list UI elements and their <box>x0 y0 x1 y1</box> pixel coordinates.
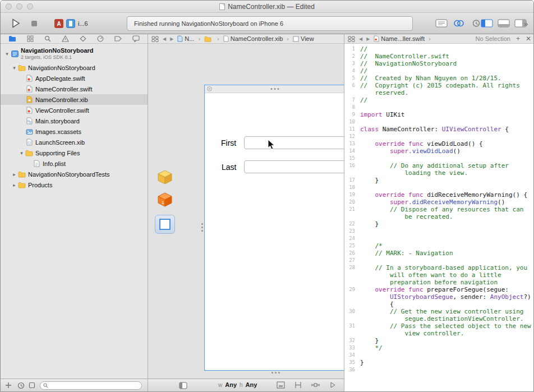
code-line[interactable]: 1// <box>344 45 534 53</box>
code-line[interactable]: 5// Created by Nhan Nguyen on 1/28/15. <box>344 75 534 82</box>
code-line[interactable]: 31// Pass the selected object to the new… <box>344 322 534 337</box>
navigator-row[interactable]: Info.plist <box>1 158 148 169</box>
close-view-icon[interactable] <box>207 86 212 91</box>
disclosure-triangle-icon[interactable]: ▾ <box>11 65 17 71</box>
toggle-debug-area-button[interactable] <box>498 19 510 27</box>
disclosure-triangle-icon[interactable]: ▸ <box>11 182 17 188</box>
add-assistant-editor-icon[interactable]: + <box>516 35 520 43</box>
related-items-icon[interactable] <box>151 36 159 42</box>
find-navigator-tab-icon[interactable] <box>44 35 51 42</box>
debug-navigator-tab-icon[interactable] <box>97 35 104 42</box>
report-navigator-tab-icon[interactable] <box>132 35 140 42</box>
last-label[interactable]: Last <box>222 163 236 172</box>
navigator-row[interactable]: AppDelegate.swift <box>1 73 148 84</box>
document-outline-toggle-icon[interactable] <box>179 382 187 389</box>
first-responder-icon[interactable]: 1 <box>157 192 173 207</box>
selection-crumb[interactable]: No Selection <box>476 35 510 42</box>
last-text-field[interactable] <box>244 160 344 173</box>
recent-files-filter-icon[interactable] <box>17 382 25 389</box>
code-line[interactable]: 27 <box>344 257 534 264</box>
navigator-row[interactable]: ▸Products <box>1 179 148 190</box>
designed-view[interactable]: First Last <box>204 85 344 371</box>
code-line[interactable]: 6// Copyright (c) 2015 codepath. All rig… <box>344 82 534 96</box>
selection-handle-top[interactable] <box>270 88 279 90</box>
source-control-filter-icon[interactable] <box>29 382 35 389</box>
code-line[interactable]: 28// In a storyboard-based application, … <box>344 264 534 286</box>
code-line[interactable]: 22} <box>344 220 534 228</box>
scheme-selector[interactable]: A i...6 <box>54 19 88 28</box>
code-line[interactable]: 23 <box>344 228 534 235</box>
code-line[interactable]: 12 <box>344 133 534 140</box>
code-line[interactable]: 9import UIKit <box>344 111 534 118</box>
go-forward-icon[interactable]: ▶ <box>366 36 370 41</box>
size-class-control[interactable]: w Any h Any <box>218 381 257 388</box>
navigator-row[interactable]: ViewController.swift <box>1 105 148 116</box>
code-line[interactable]: 11class NameController: UIViewController… <box>344 126 534 133</box>
selection-handle-left[interactable] <box>201 223 203 232</box>
code-line[interactable]: 7// <box>344 96 534 104</box>
code-line[interactable]: 18 <box>344 184 534 191</box>
code-line[interactable]: 33*/ <box>344 344 534 352</box>
filter-input[interactable] <box>50 382 139 389</box>
code-line[interactable]: 10 <box>344 118 534 126</box>
code-line[interactable]: 26// MARK: - Navigation <box>344 250 534 257</box>
first-label[interactable]: First <box>221 139 236 147</box>
related-items-icon[interactable] <box>348 36 355 42</box>
navigator-row[interactable]: ▾NavigationNoStoryboard2 targets, iOS SD… <box>1 45 148 62</box>
embed-in-stack-icon[interactable] <box>277 381 285 389</box>
go-forward-icon[interactable]: ▶ <box>170 36 173 41</box>
navigator-row[interactable]: Images.xcassets <box>1 126 148 137</box>
stop-button[interactable] <box>31 20 38 27</box>
toggle-navigator-button[interactable] <box>481 19 493 27</box>
symbol-navigator-tab-icon[interactable] <box>27 35 34 42</box>
standard-editor-button[interactable] <box>435 19 448 27</box>
code-line[interactable]: 19override func didReceiveMemoryWarning(… <box>344 191 534 199</box>
pin-constraints-icon[interactable] <box>311 381 320 389</box>
close-window-button[interactable] <box>6 3 12 10</box>
minimize-window-button[interactable] <box>16 3 22 10</box>
code-line[interactable]: 36 <box>344 366 534 373</box>
breadcrumb-view[interactable]: View <box>293 35 314 42</box>
zoom-window-button[interactable] <box>27 3 33 10</box>
navigator-filter-field[interactable] <box>40 381 142 390</box>
disclosure-triangle-icon[interactable]: ▾ <box>19 150 25 156</box>
code-line[interactable]: 16// Do any additional setup after loadi… <box>344 162 534 177</box>
assistant-editor-button[interactable] <box>453 19 465 27</box>
files-owner-icon[interactable] <box>157 170 173 185</box>
resolve-issues-icon[interactable] <box>329 381 337 389</box>
assistant-file-crumb[interactable]: Name...ller.swift <box>374 35 425 42</box>
run-button[interactable] <box>12 19 20 28</box>
code-line[interactable]: 14super.viewDidLoad() <box>344 147 534 155</box>
code-line[interactable]: 4// <box>344 67 534 75</box>
code-line[interactable]: 20super.didReceiveMemoryWarning() <box>344 199 534 206</box>
code-line[interactable]: 32} <box>344 337 534 344</box>
add-file-button[interactable] <box>5 382 12 389</box>
test-navigator-tab-icon[interactable] <box>80 35 86 42</box>
disclosure-triangle-icon[interactable]: ▾ <box>4 51 10 57</box>
source-code-editor[interactable]: 1//2// NameController.swift3// Navigatio… <box>344 44 534 391</box>
document-proxy-icon[interactable] <box>219 3 225 10</box>
code-line[interactable]: 2// NameController.swift <box>344 53 534 60</box>
align-icon[interactable] <box>294 381 302 389</box>
navigator-row[interactable]: LaunchScreen.xib <box>1 137 148 147</box>
navigator-row[interactable]: ▾NavigationNoStoryboard <box>1 62 148 73</box>
close-assistant-editor-icon[interactable]: ✕ <box>526 35 531 43</box>
go-back-icon[interactable]: ◀ <box>359 36 362 41</box>
breakpoint-navigator-tab-icon[interactable] <box>114 35 122 42</box>
code-line[interactable]: 17} <box>344 177 534 184</box>
navigator-row[interactable]: Main.storyboard <box>1 116 148 126</box>
navigator-row[interactable]: ▾Supporting Files <box>1 147 148 158</box>
go-back-icon[interactable]: ◀ <box>163 36 166 41</box>
issue-navigator-tab-icon[interactable] <box>62 35 69 42</box>
breadcrumb-project[interactable]: N... <box>177 35 194 42</box>
code-line[interactable]: 34 <box>344 352 534 359</box>
code-line[interactable]: 30// Get the new view controller using s… <box>344 308 534 322</box>
code-line[interactable]: 8 <box>344 104 534 111</box>
toolbar-overflow-icon[interactable]: » <box>524 20 528 28</box>
code-line[interactable]: 24 <box>344 235 534 242</box>
view-object-dock-button[interactable] <box>155 215 175 234</box>
code-line[interactable]: 13override func viewDidLoad() { <box>344 140 534 147</box>
code-line[interactable]: 29override func prepareForSegue(segue: U… <box>344 286 534 308</box>
breadcrumb-file[interactable]: NameController.xib <box>223 35 283 42</box>
first-text-field[interactable] <box>244 136 344 149</box>
